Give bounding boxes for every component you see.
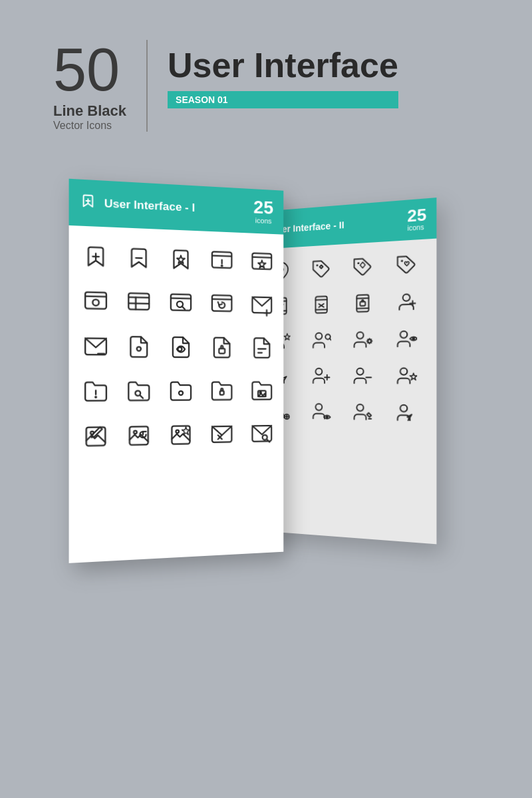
svg-point-9 [221,265,222,267]
svg-line-68 [315,309,327,310]
icon-user-add [392,288,420,317]
line-black-label: Line Black [53,102,126,120]
icon-bookmark-add [79,239,113,273]
svg-rect-66 [315,297,327,313]
icon-envelope-search [247,418,277,450]
icon-envelope-x [206,418,237,450]
icon-doc-edit [247,332,277,363]
book1-count: 25 icons [253,198,273,225]
icon-image-refresh [122,419,156,452]
svg-point-47 [134,431,137,434]
icon-tag-heart [392,251,420,279]
svg-point-40 [179,391,183,395]
svg-point-31 [137,346,141,350]
book2-icons-grid [262,239,436,438]
icon-folder-lock [206,375,237,407]
icon-doc-lock [206,332,237,364]
svg-point-37 [95,396,96,398]
svg-marker-12 [258,260,266,268]
icon-user-minus [349,362,376,390]
svg-rect-16 [128,293,149,310]
icon-browser-settings [79,285,113,318]
svg-point-99 [315,404,322,410]
icon-user-add2 [308,362,334,389]
svg-rect-33 [219,348,225,353]
svg-marker-94 [410,373,417,380]
books-container: User Interface - I 25 icons [33,165,499,597]
svg-rect-71 [356,295,368,312]
book2: User Interface - II 25 icons [262,198,436,544]
svg-line-67 [315,300,327,301]
svg-point-49 [176,430,179,434]
svg-line-7 [212,255,231,256]
vector-icons-label: Vector Icons [53,120,112,132]
book2-count: 25 icons [408,207,427,232]
icon-folder-settings [165,375,197,407]
svg-point-88 [315,368,322,375]
svg-rect-20 [171,294,191,311]
svg-point-100 [326,416,327,418]
icon-envelope-minus [79,330,113,363]
book2-title: User Interface - II [271,215,400,235]
icon-user-fav [392,362,420,389]
svg-point-103 [400,405,407,412]
icon-image-star [165,419,197,452]
svg-line-72 [356,298,368,299]
book1-header-icon [80,193,96,213]
svg-line-82 [329,338,331,341]
big-number: 50 [53,40,120,100]
svg-line-25 [212,299,231,300]
svg-point-80 [315,332,322,339]
icon-folder-search [122,375,156,408]
icon-image-edit [79,420,113,453]
icon-tag-shield [308,255,334,283]
svg-line-39 [140,395,143,398]
book1-title: User Interface - I [104,197,246,217]
svg-point-15 [92,299,99,305]
svg-point-93 [400,368,407,374]
svg-point-75 [402,294,410,301]
icon-folder-warning [79,375,113,408]
svg-line-73 [356,308,368,309]
svg-line-14 [85,296,106,297]
icon-envelope-add [247,289,277,321]
icon-browser-search [165,287,197,319]
icon-doc-view [165,331,197,363]
header-right: User Interface SEASON 01 [168,40,398,108]
icon-browser-refresh [206,288,237,320]
svg-line-11 [252,257,271,257]
svg-rect-74 [360,301,366,306]
icon-doc-settings [122,331,156,363]
svg-line-23 [182,307,186,310]
icon-bookmark-star [165,243,197,276]
icon-user-view [392,325,420,352]
book1-icons-grid [69,225,284,467]
season-badge: SEASON 01 [168,91,398,108]
svg-marker-79 [284,333,291,340]
icon-tag-diamond [349,253,376,281]
icon-user-pointer [392,399,420,427]
header-left: 50 Line Black Vector Icons [53,40,148,132]
header-section: 50 Line Black Vector Icons User Interfac… [0,0,532,158]
svg-line-19 [128,303,149,304]
icon-user-search [308,327,334,353]
svg-point-101 [356,404,363,411]
icon-user-pen [349,398,376,426]
icon-user-eye [308,398,334,424]
svg-point-85 [400,331,407,338]
book1: User Interface - I 25 icons [69,179,284,563]
icon-user-settings [349,326,376,353]
icon-bookmark-remove [122,241,156,275]
svg-line-17 [128,297,149,298]
icon-browser-star [247,246,277,278]
svg-marker-5 [177,255,185,263]
svg-point-86 [412,338,414,340]
icon-browser-warning [206,245,237,277]
svg-point-91 [356,368,363,375]
svg-line-21 [171,298,191,299]
icon-phone-lock [349,289,376,317]
svg-marker-61 [360,262,366,268]
svg-point-83 [356,332,363,338]
page-title: User Interface [168,47,398,84]
icon-phone-x [308,291,334,319]
